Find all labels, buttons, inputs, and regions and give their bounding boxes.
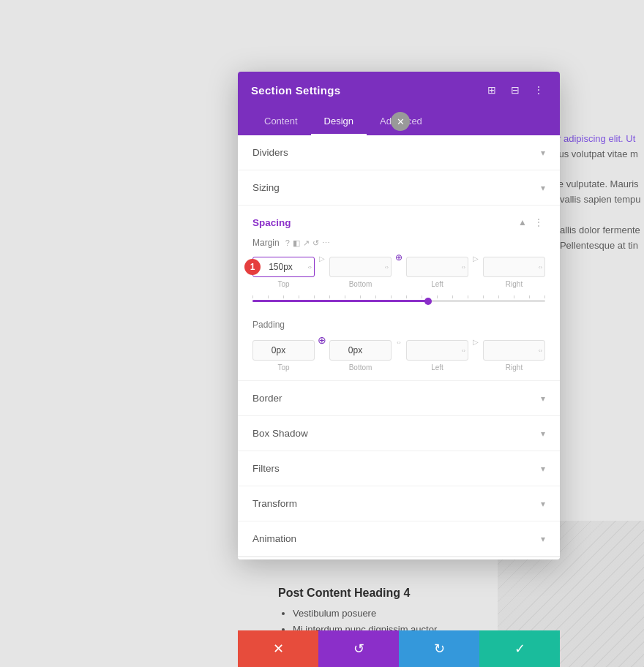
divider-icon-2: ⊕ — [395, 252, 402, 263]
animation-accordion-header[interactable]: Animation ▾ — [238, 521, 560, 556]
reset-forward-button[interactable]: ↻ — [399, 630, 479, 667]
panel-title: Section Settings — [251, 84, 340, 97]
padding-left-col: ‹› — [406, 340, 468, 361]
columns-icon[interactable]: ⊟ — [507, 82, 523, 98]
padding-bottom-label: Bottom — [329, 363, 392, 372]
settings-panel: Section Settings ⊞ ⊟ ⋮ Content Design Ad… — [238, 72, 560, 559]
more-icon[interactable]: ⋮ — [531, 82, 547, 98]
section-filters: Filters ▾ — [238, 451, 560, 486]
margin-top-input[interactable] — [252, 257, 315, 277]
margin-left-wrapper: ‹› — [406, 257, 468, 277]
dividers-label: Dividers — [252, 147, 288, 158]
tick-6 — [329, 295, 330, 298]
padding-left-label: Left — [406, 363, 468, 372]
padding-left-wrapper: ‹› — [406, 340, 468, 361]
padding-right-input[interactable] — [483, 340, 545, 361]
margin-right-input[interactable] — [483, 257, 545, 277]
spacing-chevron-up[interactable]: ▲ — [516, 216, 529, 229]
spacing-section-header: Spacing ▲ ⋮ — [238, 206, 560, 232]
margin-right-col: ‹› — [483, 257, 545, 277]
padding-top-input[interactable] — [252, 340, 315, 361]
section-dividers: Dividers ▾ — [238, 135, 560, 170]
padding-divider-icon-3: ▷ — [473, 338, 479, 346]
tick-17 — [498, 295, 499, 298]
margin-top-bottom-divider: ▷ — [315, 255, 329, 277]
margin-top-col: 1 ‹› — [252, 257, 315, 277]
padding-fields-row: ⊕ ‹› ‹› — [238, 334, 560, 363]
tick-9 — [375, 295, 376, 298]
margin-top-label: Top — [252, 280, 315, 288]
padding-bottom-input[interactable] — [329, 340, 392, 361]
section-spacing: Spacing ▲ ⋮ Margin ? ◧ ↗ ↺ ⋯ — [238, 206, 560, 381]
margin-right-wrapper: ‹› — [483, 257, 545, 277]
cancel-button[interactable]: ✕ — [238, 630, 318, 667]
tick-5 — [314, 295, 315, 298]
dividers-accordion-header[interactable]: Dividers ▾ — [238, 135, 560, 170]
tab-content[interactable]: Content — [251, 108, 311, 135]
margin-bottom-left-divider: ⊕ — [392, 252, 406, 277]
divider-icon-3: ▷ — [473, 255, 479, 263]
filters-accordion-header[interactable]: Filters ▾ — [238, 451, 560, 486]
margin-reset-icon[interactable]: ↺ — [312, 238, 319, 248]
margin-help-icon[interactable]: ? — [285, 238, 290, 247]
section-transform: Transform ▾ — [238, 486, 560, 521]
screen-icon[interactable]: ⊞ — [484, 82, 500, 98]
filters-chevron: ▾ — [541, 464, 545, 474]
margin-icon-group: ? ◧ ↗ ↺ ⋯ — [285, 238, 330, 248]
margin-bottom-unit-btn[interactable]: ‹› — [385, 264, 389, 271]
panel-header: Section Settings ⊞ ⊟ ⋮ — [238, 72, 560, 108]
padding-left-unit-btn[interactable]: ‹› — [462, 347, 465, 354]
section-sizing: Sizing ▾ — [238, 170, 560, 206]
box-shadow-chevron: ▾ — [541, 429, 545, 439]
padding-div-1: ⊕ — [315, 334, 329, 361]
margin-bottom-label: Bottom — [329, 280, 392, 288]
margin-copy-icon[interactable]: ◧ — [293, 238, 300, 248]
tick-18 — [514, 295, 514, 298]
box-shadow-accordion-header[interactable]: Box Shadow ▾ — [238, 416, 560, 451]
transform-accordion-header[interactable]: Transform ▾ — [238, 486, 560, 521]
padding-right-unit-btn[interactable]: ‹› — [539, 347, 542, 354]
tick-1 — [252, 295, 253, 298]
tick-19 — [529, 295, 530, 298]
save-button[interactable]: ✓ — [479, 630, 560, 667]
panel-close-button[interactable]: ✕ — [391, 112, 410, 131]
spacing-title: Spacing — [252, 217, 291, 228]
margin-more-icon[interactable]: ⋯ — [322, 238, 330, 248]
tick-3 — [283, 295, 284, 298]
tick-11 — [406, 295, 407, 298]
margin-slider-track[interactable] — [252, 300, 545, 302]
reset-back-button[interactable]: ↺ — [318, 630, 399, 667]
margin-left-unit-btn[interactable]: ‹› — [462, 264, 465, 271]
sizing-label: Sizing — [252, 182, 280, 193]
margin-bottom-input[interactable] — [329, 257, 392, 277]
margin-link-icon[interactable]: ↗ — [303, 238, 310, 248]
padding-left-input[interactable] — [406, 340, 468, 361]
sizing-accordion-header[interactable]: Sizing ▾ — [238, 170, 560, 205]
spacing-actions: ▲ ⋮ — [516, 216, 545, 229]
tick-15 — [468, 295, 468, 298]
margin-right-unit-btn[interactable]: ‹› — [539, 264, 542, 271]
margin-top-unit-btn[interactable]: ‹› — [308, 264, 312, 271]
padding-right-col: ‹› — [483, 340, 545, 361]
section-animation: Animation ▾ — [238, 521, 560, 557]
padding-right-wrapper: ‹› — [483, 340, 545, 361]
margin-field-labels: Top Bottom Left Right — [238, 280, 560, 294]
tick-13 — [437, 295, 438, 298]
tab-design[interactable]: Design — [311, 108, 367, 135]
padding-top-label: Top — [252, 363, 315, 372]
tick-8 — [360, 295, 361, 298]
spacing-more-icon[interactable]: ⋮ — [532, 216, 545, 229]
section-box-shadow: Box Shadow ▾ — [238, 416, 560, 451]
margin-slider-fill — [252, 300, 428, 302]
padding-bottom-col — [329, 340, 392, 361]
margin-left-input[interactable] — [406, 257, 468, 277]
padding-div-3: ▷ — [468, 338, 483, 361]
padding-label-row: Padding — [238, 314, 560, 334]
action-bar: ✕ ↺ ↻ ✓ — [238, 630, 560, 667]
tick-7 — [345, 295, 345, 298]
padding-right-label: Right — [483, 363, 545, 372]
margin-slider-thumb[interactable] — [424, 298, 432, 305]
border-accordion-header[interactable]: Border ▾ — [238, 381, 560, 415]
panel-header-actions: ⊞ ⊟ ⋮ — [484, 82, 547, 98]
filters-label: Filters — [252, 463, 280, 474]
